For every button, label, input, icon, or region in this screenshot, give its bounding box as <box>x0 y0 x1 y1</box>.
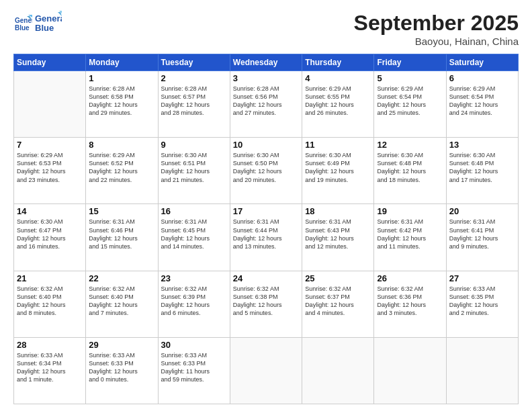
weekday-header-row: SundayMondayTuesdayWednesdayThursdayFrid… <box>14 54 519 71</box>
day-info: Sunrise: 6:32 AM Sunset: 6:39 PM Dayligh… <box>161 285 227 318</box>
calendar-cell: 20Sunrise: 6:31 AM Sunset: 6:41 PM Dayli… <box>446 204 518 271</box>
week-row-1: 7Sunrise: 6:29 AM Sunset: 6:53 PM Daylig… <box>14 138 519 204</box>
day-number: 6 <box>449 73 515 83</box>
calendar-cell: 12Sunrise: 6:30 AM Sunset: 6:48 PM Dayli… <box>374 138 446 204</box>
calendar-cell: 2Sunrise: 6:28 AM Sunset: 6:57 PM Daylig… <box>158 71 230 138</box>
svg-text:Blue: Blue <box>35 23 54 33</box>
week-row-4: 28Sunrise: 6:33 AM Sunset: 6:34 PM Dayli… <box>14 337 519 404</box>
day-info: Sunrise: 6:32 AM Sunset: 6:38 PM Dayligh… <box>233 285 299 318</box>
day-number: 21 <box>17 273 83 283</box>
location-subtitle: Baoyou, Hainan, China <box>354 36 519 47</box>
weekday-header-wednesday: Wednesday <box>230 54 302 71</box>
day-number: 22 <box>89 273 154 283</box>
calendar-cell: 10Sunrise: 6:30 AM Sunset: 6:50 PM Dayli… <box>230 138 302 204</box>
day-info: Sunrise: 6:31 AM Sunset: 6:42 PM Dayligh… <box>377 218 443 250</box>
calendar-cell: 25Sunrise: 6:32 AM Sunset: 6:37 PM Dayli… <box>302 271 374 337</box>
calendar-cell: 6Sunrise: 6:29 AM Sunset: 6:54 PM Daylig… <box>446 71 518 138</box>
day-number: 25 <box>305 273 371 283</box>
weekday-header-sunday: Sunday <box>14 54 86 71</box>
day-info: Sunrise: 6:32 AM Sunset: 6:40 PM Dayligh… <box>17 285 83 318</box>
day-number: 17 <box>233 206 299 216</box>
day-number: 26 <box>377 273 443 283</box>
calendar-cell: 11Sunrise: 6:30 AM Sunset: 6:49 PM Dayli… <box>302 138 374 204</box>
calendar-table: SundayMondayTuesdayWednesdayThursdayFrid… <box>13 54 519 404</box>
calendar-cell: 28Sunrise: 6:33 AM Sunset: 6:34 PM Dayli… <box>14 337 86 404</box>
day-info: Sunrise: 6:29 AM Sunset: 6:53 PM Dayligh… <box>17 151 83 184</box>
day-info: Sunrise: 6:32 AM Sunset: 6:37 PM Dayligh… <box>305 285 371 318</box>
day-number: 13 <box>449 140 515 150</box>
day-number: 28 <box>17 340 83 350</box>
day-info: Sunrise: 6:33 AM Sunset: 6:35 PM Dayligh… <box>449 285 515 318</box>
day-number: 24 <box>233 273 299 283</box>
day-info: Sunrise: 6:28 AM Sunset: 6:56 PM Dayligh… <box>233 85 299 118</box>
calendar-cell: 4Sunrise: 6:29 AM Sunset: 6:55 PM Daylig… <box>302 71 374 138</box>
calendar-cell: 14Sunrise: 6:30 AM Sunset: 6:47 PM Dayli… <box>14 204 86 271</box>
svg-text:General: General <box>35 13 62 24</box>
day-info: Sunrise: 6:33 AM Sunset: 6:34 PM Dayligh… <box>17 351 83 384</box>
svg-text:Blue: Blue <box>15 24 30 32</box>
day-info: Sunrise: 6:31 AM Sunset: 6:45 PM Dayligh… <box>161 218 227 250</box>
day-info: Sunrise: 6:29 AM Sunset: 6:55 PM Dayligh… <box>305 85 371 118</box>
day-info: Sunrise: 6:32 AM Sunset: 6:36 PM Dayligh… <box>377 285 443 318</box>
day-number: 23 <box>161 273 227 283</box>
calendar-cell: 16Sunrise: 6:31 AM Sunset: 6:45 PM Dayli… <box>158 204 230 271</box>
calendar-cell: 19Sunrise: 6:31 AM Sunset: 6:42 PM Dayli… <box>374 204 446 271</box>
day-info: Sunrise: 6:30 AM Sunset: 6:50 PM Dayligh… <box>233 151 299 184</box>
calendar-cell: 5Sunrise: 6:29 AM Sunset: 6:54 PM Daylig… <box>374 71 446 138</box>
day-number: 11 <box>305 140 371 150</box>
day-number: 3 <box>233 73 299 83</box>
day-number: 8 <box>89 140 154 150</box>
logo-icon: General Blue <box>13 13 32 32</box>
day-info: Sunrise: 6:31 AM Sunset: 6:43 PM Dayligh… <box>305 218 371 250</box>
logo: General Blue General Blue <box>13 11 62 35</box>
day-number: 14 <box>17 206 83 216</box>
day-number: 27 <box>449 273 515 283</box>
day-number: 7 <box>17 140 83 150</box>
day-number: 20 <box>449 206 515 216</box>
day-info: Sunrise: 6:31 AM Sunset: 6:46 PM Dayligh… <box>89 218 154 250</box>
calendar-cell: 23Sunrise: 6:32 AM Sunset: 6:39 PM Dayli… <box>158 271 230 337</box>
calendar-cell <box>302 337 374 404</box>
weekday-header-thursday: Thursday <box>302 54 374 71</box>
page: General Blue General Blue September 2025 <box>0 0 532 411</box>
day-number: 4 <box>305 73 371 83</box>
day-info: Sunrise: 6:29 AM Sunset: 6:52 PM Dayligh… <box>89 151 154 184</box>
week-row-0: 1Sunrise: 6:28 AM Sunset: 6:58 PM Daylig… <box>14 71 519 138</box>
calendar-cell: 1Sunrise: 6:28 AM Sunset: 6:58 PM Daylig… <box>86 71 158 138</box>
calendar-cell: 21Sunrise: 6:32 AM Sunset: 6:40 PM Dayli… <box>14 271 86 337</box>
day-info: Sunrise: 6:32 AM Sunset: 6:40 PM Dayligh… <box>89 285 154 318</box>
calendar-cell: 18Sunrise: 6:31 AM Sunset: 6:43 PM Dayli… <box>302 204 374 271</box>
calendar-cell: 22Sunrise: 6:32 AM Sunset: 6:40 PM Dayli… <box>86 271 158 337</box>
day-info: Sunrise: 6:33 AM Sunset: 6:33 PM Dayligh… <box>161 351 227 384</box>
day-number: 1 <box>89 73 154 83</box>
calendar-cell: 9Sunrise: 6:30 AM Sunset: 6:51 PM Daylig… <box>158 138 230 204</box>
title-block: September 2025 Baoyou, Hainan, China <box>354 11 519 47</box>
week-row-3: 21Sunrise: 6:32 AM Sunset: 6:40 PM Dayli… <box>14 271 519 337</box>
day-info: Sunrise: 6:31 AM Sunset: 6:41 PM Dayligh… <box>449 218 515 250</box>
day-number: 19 <box>377 206 443 216</box>
header: General Blue General Blue September 2025 <box>13 11 519 47</box>
day-info: Sunrise: 6:29 AM Sunset: 6:54 PM Dayligh… <box>377 85 443 118</box>
day-number: 12 <box>377 140 443 150</box>
day-info: Sunrise: 6:30 AM Sunset: 6:49 PM Dayligh… <box>305 151 371 184</box>
calendar-cell: 30Sunrise: 6:33 AM Sunset: 6:33 PM Dayli… <box>158 337 230 404</box>
day-info: Sunrise: 6:33 AM Sunset: 6:33 PM Dayligh… <box>89 351 154 384</box>
weekday-header-saturday: Saturday <box>446 54 518 71</box>
day-info: Sunrise: 6:28 AM Sunset: 6:57 PM Dayligh… <box>161 85 227 118</box>
day-number: 2 <box>161 73 227 83</box>
calendar-cell: 7Sunrise: 6:29 AM Sunset: 6:53 PM Daylig… <box>14 138 86 204</box>
day-info: Sunrise: 6:30 AM Sunset: 6:48 PM Dayligh… <box>449 151 515 184</box>
calendar-cell: 3Sunrise: 6:28 AM Sunset: 6:56 PM Daylig… <box>230 71 302 138</box>
day-info: Sunrise: 6:31 AM Sunset: 6:44 PM Dayligh… <box>233 218 299 250</box>
day-number: 9 <box>161 140 227 150</box>
weekday-header-friday: Friday <box>374 54 446 71</box>
calendar-cell <box>14 71 86 138</box>
day-number: 18 <box>305 206 371 216</box>
day-number: 16 <box>161 206 227 216</box>
calendar-cell: 15Sunrise: 6:31 AM Sunset: 6:46 PM Dayli… <box>86 204 158 271</box>
calendar-cell <box>446 337 518 404</box>
weekday-header-monday: Monday <box>86 54 158 71</box>
logo-svg: General Blue <box>35 11 62 35</box>
calendar-cell: 8Sunrise: 6:29 AM Sunset: 6:52 PM Daylig… <box>86 138 158 204</box>
day-number: 5 <box>377 73 443 83</box>
